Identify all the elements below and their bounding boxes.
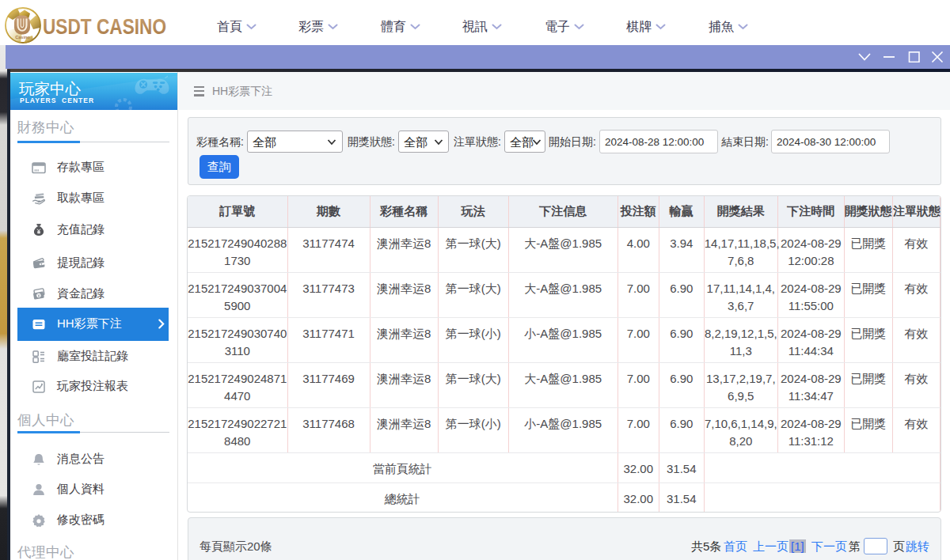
- svg-text:Casino: Casino: [15, 35, 30, 40]
- svg-text:USDT CASINO: USDT CASINO: [43, 14, 166, 38]
